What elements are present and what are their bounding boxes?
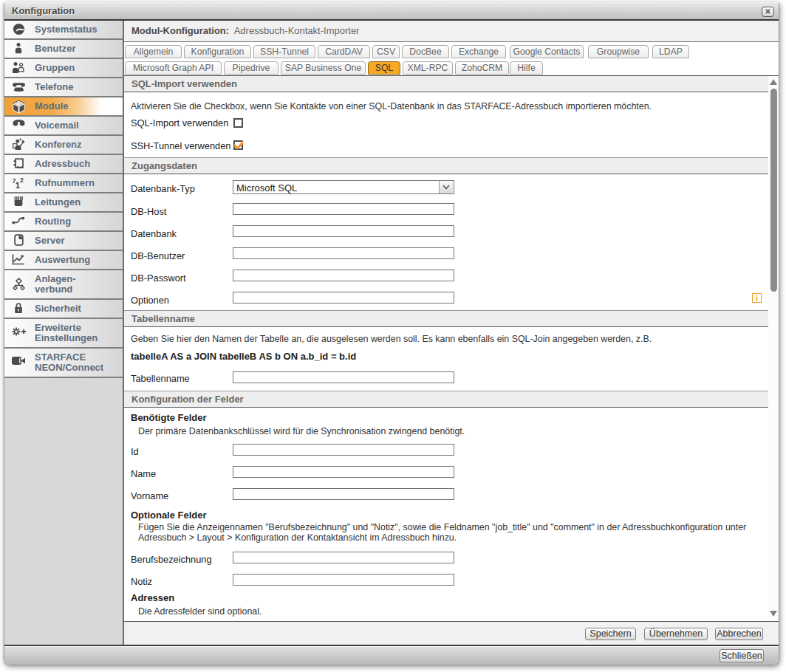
svg-text:2: 2 xyxy=(20,176,24,184)
